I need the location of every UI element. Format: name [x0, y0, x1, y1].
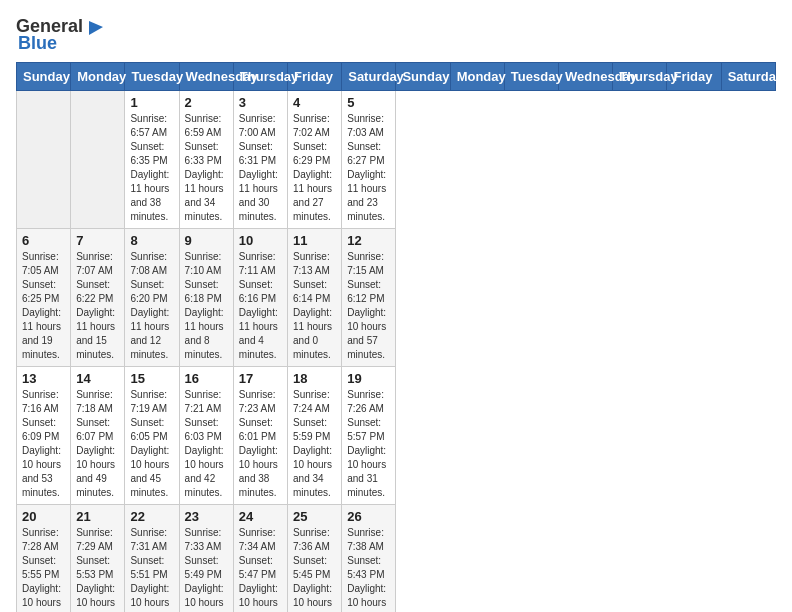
day-info: Sunrise: 7:13 AM Sunset: 6:14 PM Dayligh…	[293, 250, 336, 362]
day-number: 21	[76, 509, 119, 524]
day-info: Sunrise: 7:07 AM Sunset: 6:22 PM Dayligh…	[76, 250, 119, 362]
day-number: 19	[347, 371, 390, 386]
day-of-week-wednesday: Wednesday	[559, 63, 613, 91]
calendar-cell: 7Sunrise: 7:07 AM Sunset: 6:22 PM Daylig…	[71, 229, 125, 367]
calendar-cell: 14Sunrise: 7:18 AM Sunset: 6:07 PM Dayli…	[71, 367, 125, 505]
calendar-cell: 12Sunrise: 7:15 AM Sunset: 6:12 PM Dayli…	[342, 229, 396, 367]
day-number: 7	[76, 233, 119, 248]
day-info: Sunrise: 6:59 AM Sunset: 6:33 PM Dayligh…	[185, 112, 228, 224]
day-info: Sunrise: 7:19 AM Sunset: 6:05 PM Dayligh…	[130, 388, 173, 500]
day-info: Sunrise: 7:16 AM Sunset: 6:09 PM Dayligh…	[22, 388, 65, 500]
day-info: Sunrise: 7:31 AM Sunset: 5:51 PM Dayligh…	[130, 526, 173, 612]
day-info: Sunrise: 7:24 AM Sunset: 5:59 PM Dayligh…	[293, 388, 336, 500]
day-info: Sunrise: 7:05 AM Sunset: 6:25 PM Dayligh…	[22, 250, 65, 362]
day-number: 20	[22, 509, 65, 524]
day-number: 12	[347, 233, 390, 248]
calendar-cell: 4Sunrise: 7:02 AM Sunset: 6:29 PM Daylig…	[288, 91, 342, 229]
calendar-week-row: 20Sunrise: 7:28 AM Sunset: 5:55 PM Dayli…	[17, 505, 776, 613]
calendar-cell: 25Sunrise: 7:36 AM Sunset: 5:45 PM Dayli…	[288, 505, 342, 613]
day-number: 4	[293, 95, 336, 110]
day-number: 1	[130, 95, 173, 110]
calendar-cell: 10Sunrise: 7:11 AM Sunset: 6:16 PM Dayli…	[233, 229, 287, 367]
day-of-week-header: Sunday	[17, 63, 71, 91]
day-number: 15	[130, 371, 173, 386]
calendar-cell: 1Sunrise: 6:57 AM Sunset: 6:35 PM Daylig…	[125, 91, 179, 229]
day-info: Sunrise: 7:03 AM Sunset: 6:27 PM Dayligh…	[347, 112, 390, 224]
day-info: Sunrise: 7:11 AM Sunset: 6:16 PM Dayligh…	[239, 250, 282, 362]
day-of-week-header: Thursday	[233, 63, 287, 91]
logo-blue-text: Blue	[16, 33, 57, 54]
calendar-cell: 8Sunrise: 7:08 AM Sunset: 6:20 PM Daylig…	[125, 229, 179, 367]
calendar-header-row: SundayMondayTuesdayWednesdayThursdayFrid…	[17, 63, 776, 91]
page-header: General Blue	[16, 16, 776, 54]
calendar-cell: 22Sunrise: 7:31 AM Sunset: 5:51 PM Dayli…	[125, 505, 179, 613]
day-number: 14	[76, 371, 119, 386]
logo-arrow-icon	[85, 17, 105, 37]
day-info: Sunrise: 7:10 AM Sunset: 6:18 PM Dayligh…	[185, 250, 228, 362]
day-number: 13	[22, 371, 65, 386]
day-info: Sunrise: 7:00 AM Sunset: 6:31 PM Dayligh…	[239, 112, 282, 224]
day-number: 10	[239, 233, 282, 248]
day-number: 22	[130, 509, 173, 524]
day-info: Sunrise: 7:23 AM Sunset: 6:01 PM Dayligh…	[239, 388, 282, 500]
day-info: Sunrise: 7:18 AM Sunset: 6:07 PM Dayligh…	[76, 388, 119, 500]
day-of-week-thursday: Thursday	[613, 63, 667, 91]
calendar-cell: 18Sunrise: 7:24 AM Sunset: 5:59 PM Dayli…	[288, 367, 342, 505]
day-info: Sunrise: 7:36 AM Sunset: 5:45 PM Dayligh…	[293, 526, 336, 612]
day-of-week-monday: Monday	[450, 63, 504, 91]
calendar-week-row: 13Sunrise: 7:16 AM Sunset: 6:09 PM Dayli…	[17, 367, 776, 505]
day-number: 25	[293, 509, 336, 524]
day-info: Sunrise: 7:33 AM Sunset: 5:49 PM Dayligh…	[185, 526, 228, 612]
day-of-week-friday: Friday	[667, 63, 721, 91]
day-number: 11	[293, 233, 336, 248]
svg-marker-0	[89, 21, 103, 35]
day-number: 5	[347, 95, 390, 110]
day-info: Sunrise: 6:57 AM Sunset: 6:35 PM Dayligh…	[130, 112, 173, 224]
day-info: Sunrise: 7:28 AM Sunset: 5:55 PM Dayligh…	[22, 526, 65, 612]
calendar-cell: 9Sunrise: 7:10 AM Sunset: 6:18 PM Daylig…	[179, 229, 233, 367]
calendar-cell	[71, 91, 125, 229]
day-number: 16	[185, 371, 228, 386]
day-info: Sunrise: 7:02 AM Sunset: 6:29 PM Dayligh…	[293, 112, 336, 224]
day-info: Sunrise: 7:38 AM Sunset: 5:43 PM Dayligh…	[347, 526, 390, 612]
day-number: 3	[239, 95, 282, 110]
calendar-cell: 3Sunrise: 7:00 AM Sunset: 6:31 PM Daylig…	[233, 91, 287, 229]
calendar-cell: 17Sunrise: 7:23 AM Sunset: 6:01 PM Dayli…	[233, 367, 287, 505]
day-number: 26	[347, 509, 390, 524]
day-info: Sunrise: 7:21 AM Sunset: 6:03 PM Dayligh…	[185, 388, 228, 500]
calendar-cell: 13Sunrise: 7:16 AM Sunset: 6:09 PM Dayli…	[17, 367, 71, 505]
calendar-cell: 2Sunrise: 6:59 AM Sunset: 6:33 PM Daylig…	[179, 91, 233, 229]
day-info: Sunrise: 7:34 AM Sunset: 5:47 PM Dayligh…	[239, 526, 282, 612]
logo: General Blue	[16, 16, 105, 54]
day-number: 9	[185, 233, 228, 248]
day-info: Sunrise: 7:29 AM Sunset: 5:53 PM Dayligh…	[76, 526, 119, 612]
day-of-week-header: Friday	[288, 63, 342, 91]
day-info: Sunrise: 7:26 AM Sunset: 5:57 PM Dayligh…	[347, 388, 390, 500]
calendar-table: SundayMondayTuesdayWednesdayThursdayFrid…	[16, 62, 776, 612]
calendar-cell: 24Sunrise: 7:34 AM Sunset: 5:47 PM Dayli…	[233, 505, 287, 613]
day-number: 17	[239, 371, 282, 386]
calendar-cell: 15Sunrise: 7:19 AM Sunset: 6:05 PM Dayli…	[125, 367, 179, 505]
day-number: 23	[185, 509, 228, 524]
day-number: 8	[130, 233, 173, 248]
day-number: 2	[185, 95, 228, 110]
day-info: Sunrise: 7:08 AM Sunset: 6:20 PM Dayligh…	[130, 250, 173, 362]
calendar-cell: 20Sunrise: 7:28 AM Sunset: 5:55 PM Dayli…	[17, 505, 71, 613]
calendar-cell: 6Sunrise: 7:05 AM Sunset: 6:25 PM Daylig…	[17, 229, 71, 367]
calendar-cell: 19Sunrise: 7:26 AM Sunset: 5:57 PM Dayli…	[342, 367, 396, 505]
day-of-week-header: Tuesday	[125, 63, 179, 91]
calendar-cell: 21Sunrise: 7:29 AM Sunset: 5:53 PM Dayli…	[71, 505, 125, 613]
calendar-cell: 16Sunrise: 7:21 AM Sunset: 6:03 PM Dayli…	[179, 367, 233, 505]
day-info: Sunrise: 7:15 AM Sunset: 6:12 PM Dayligh…	[347, 250, 390, 362]
day-of-week-header: Wednesday	[179, 63, 233, 91]
calendar-cell: 23Sunrise: 7:33 AM Sunset: 5:49 PM Dayli…	[179, 505, 233, 613]
calendar-cell: 5Sunrise: 7:03 AM Sunset: 6:27 PM Daylig…	[342, 91, 396, 229]
calendar-cell	[17, 91, 71, 229]
day-of-week-header: Monday	[71, 63, 125, 91]
calendar-cell: 11Sunrise: 7:13 AM Sunset: 6:14 PM Dayli…	[288, 229, 342, 367]
day-of-week-saturday: Saturday	[721, 63, 775, 91]
day-of-week-tuesday: Tuesday	[504, 63, 558, 91]
day-of-week-sunday: Sunday	[396, 63, 450, 91]
calendar-week-row: 1Sunrise: 6:57 AM Sunset: 6:35 PM Daylig…	[17, 91, 776, 229]
calendar-cell: 26Sunrise: 7:38 AM Sunset: 5:43 PM Dayli…	[342, 505, 396, 613]
